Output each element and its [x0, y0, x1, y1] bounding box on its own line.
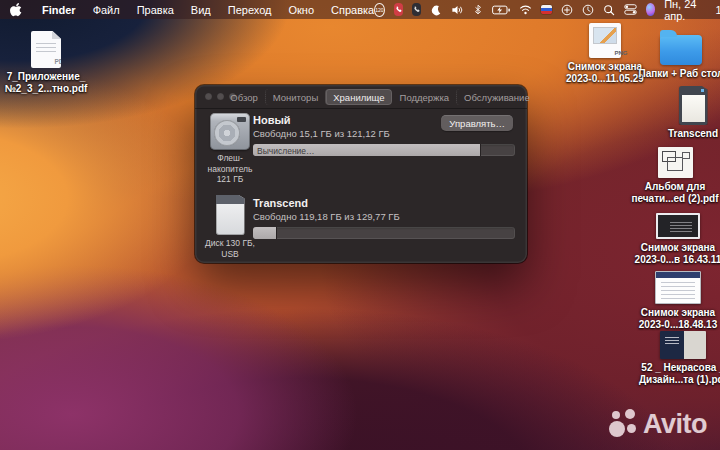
calculating-label: Вычисление… — [257, 146, 315, 156]
desktop-icon-screenshot-dark[interactable]: Снимок экрана2023-0...в 16.43.11 — [624, 213, 720, 265]
battery-charging-icon[interactable] — [492, 3, 510, 17]
hard-drive-icon — [210, 113, 250, 150]
disk-media-label: Флеш- — [217, 153, 243, 163]
plus-circle-icon[interactable] — [561, 3, 573, 17]
icon-label: Альбом для — [645, 181, 706, 192]
apple-menu-icon[interactable] — [10, 3, 23, 17]
icon-label: Transcend — [668, 128, 718, 139]
desktop-icon-pdf-attachment[interactable]: PDF 7_Приложение_№2_3_2...тно.pdf — [2, 31, 90, 94]
menu-bar: Finder Файл Правка Вид Переход Окно Спра… — [0, 0, 720, 19]
screenshot-thumbnail-icon — [656, 213, 700, 239]
menu-go[interactable]: Переход — [228, 4, 272, 16]
pdf-plan-icon — [658, 147, 693, 178]
menu-help[interactable]: Справка — [331, 4, 374, 16]
sd-card-icon — [679, 86, 708, 125]
menu-view[interactable]: Вид — [191, 4, 211, 16]
phone-app-icon[interactable] — [412, 3, 421, 16]
tab-support[interactable]: Поддержка — [392, 89, 457, 105]
desktop-icon-folder[interactable]: Папки + Раб стол — [625, 28, 720, 80]
tab-service[interactable]: Обслуживание — [456, 89, 537, 105]
battery-badge-120-icon[interactable]: 120 — [374, 3, 385, 17]
icon-label: Папки + Раб стол — [639, 68, 720, 79]
avito-watermark: Avito — [609, 408, 707, 440]
spotlight-icon[interactable] — [603, 3, 615, 17]
siri-icon[interactable] — [646, 3, 655, 16]
tab-displays[interactable]: Мониторы — [265, 89, 326, 105]
control-center-icon[interactable] — [624, 3, 637, 17]
wifi-icon[interactable] — [519, 3, 532, 17]
manage-button[interactable]: Управлять… — [441, 115, 513, 131]
avito-logo-icon — [609, 408, 639, 440]
window-titlebar[interactable]: Обзор Мониторы Хранилище Поддержка Обслу… — [195, 85, 527, 109]
clock-icon[interactable] — [582, 3, 594, 17]
disk-media-label: Диск 130 ГБ, — [205, 238, 255, 248]
close-button[interactable] — [205, 93, 212, 100]
icon-label: 52 _ Некрасова _ — [641, 362, 720, 373]
menu-edit[interactable]: Правка — [137, 4, 174, 16]
icon-label: 7_Приложение_ — [7, 71, 86, 82]
pdf-file-icon: PDF — [31, 31, 61, 68]
menu-window[interactable]: Окно — [288, 4, 314, 16]
active-app-name[interactable]: Finder — [42, 4, 76, 16]
menubar-date[interactable]: Пн, 24 апр. — [664, 0, 704, 22]
folder-icon — [660, 35, 702, 65]
desktop-icon-pdf-plan[interactable]: Альбом дляпечати...ed (2).pdf — [620, 147, 720, 204]
viber-icon[interactable] — [394, 3, 403, 16]
png-file-icon: PNG — [589, 23, 621, 58]
window-tab-bar: Обзор Мониторы Хранилище Поддержка Обслу… — [239, 88, 521, 106]
pdf-presentation-icon — [660, 331, 706, 359]
disk-free-space: Свободно 119,18 ГБ из 129,77 ГБ — [253, 211, 515, 222]
desktop-icon-sdcard-transcend[interactable]: Transcend — [650, 86, 720, 140]
menubar-clock[interactable]: 11:05 — [715, 4, 720, 16]
volume-icon[interactable] — [451, 3, 464, 17]
icon-label: Снимок экрана — [641, 307, 715, 318]
about-this-mac-window: Обзор Мониторы Хранилище Поддержка Обслу… — [195, 85, 527, 263]
tab-storage[interactable]: Хранилище — [325, 89, 391, 105]
screenshot-thumbnail-icon — [655, 271, 701, 304]
desktop-icon-pdf-presentation[interactable]: 52 _ Некрасова _Дизайн...та (1).pdf — [628, 331, 720, 385]
storage-usage-bar: Вычисление… — [253, 144, 515, 156]
moon-icon[interactable] — [430, 3, 442, 17]
ru-flag-icon[interactable] — [541, 5, 552, 14]
desktop-icon-screenshot-light[interactable]: Снимок экрана2023-0...18.48.13 — [624, 271, 720, 330]
menu-file[interactable]: Файл — [93, 4, 120, 16]
storage-usage-bar — [253, 227, 515, 239]
avito-wordmark: Avito — [643, 409, 707, 440]
bluetooth-icon[interactable] — [473, 3, 483, 17]
tab-overview[interactable]: Обзор — [223, 89, 264, 105]
disk-name: Transcend — [253, 197, 515, 209]
icon-label: Снимок экрана — [641, 242, 715, 253]
desktop-wallpaper: Finder Файл Правка Вид Переход Окно Спра… — [0, 0, 720, 450]
sd-card-icon — [216, 195, 245, 235]
